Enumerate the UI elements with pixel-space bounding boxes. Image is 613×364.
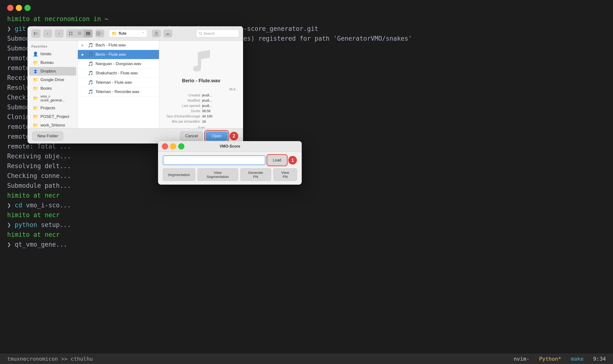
- segmentation-button[interactable]: Segmentation: [163, 168, 195, 181]
- meta-created: Created jeudi...: [164, 92, 238, 98]
- sidebar-item-work-shlomo[interactable]: 📁 work_Shlomo: [29, 121, 76, 128]
- load-button[interactable]: Load: [268, 156, 286, 165]
- folder-selector[interactable]: 📁 flute ⌃: [109, 30, 147, 37]
- svg-rect-0: [34, 32, 35, 35]
- grid-button[interactable]: ▼: [96, 30, 104, 37]
- list-item[interactable]: 🎵 Nanguan - Dongxiao.wav: [78, 59, 159, 69]
- svg-rect-12: [88, 32, 89, 35]
- svg-rect-13: [89, 32, 90, 35]
- meta-last-opened: Last opened jeudi...: [164, 103, 238, 108]
- meta-taux: Taux d'échantillonnage 44 100: [164, 114, 238, 119]
- terminal-line: ❯ python setup...: [7, 220, 606, 230]
- folder-icon: 📁: [33, 105, 38, 111]
- cancel-button[interactable]: Cancel: [180, 131, 203, 141]
- last-opened-label: Last opened: [164, 104, 200, 108]
- taux-value: 44 100: [202, 114, 238, 118]
- column-view-button[interactable]: [84, 30, 92, 37]
- fullscreen-button[interactable]: [24, 5, 31, 11]
- folder-icon: 📁: [33, 114, 38, 119]
- sidebar-item-dropbox[interactable]: Dropbox: [29, 67, 76, 76]
- add-link[interactable]: Add: [198, 126, 205, 128]
- svg-rect-22: [99, 34, 100, 35]
- sidebar-item-vmo[interactable]: 📁 vmo_i-score_generat...: [29, 93, 76, 104]
- close-button[interactable]: [7, 5, 14, 11]
- created-label: Created: [164, 93, 200, 97]
- list-item[interactable]: 🎵 Teleman - Flute.wav: [78, 78, 159, 87]
- svg-rect-3: [36, 34, 38, 35]
- svg-rect-15: [98, 32, 99, 33]
- file-name: Shakuhachi - Flute.wav: [96, 71, 138, 76]
- folder-icon: 📁: [33, 86, 38, 91]
- svg-rect-5: [71, 32, 72, 33]
- vmo-close-button[interactable]: [162, 143, 168, 149]
- nav-buttons: [31, 29, 41, 38]
- footer-right: Cancel Open 2: [180, 131, 238, 141]
- svg-rect-16: [99, 32, 100, 33]
- sidebar-item-label: work_Shlomo: [41, 123, 65, 128]
- svg-rect-20: [97, 34, 98, 35]
- forward-button[interactable]: ›: [55, 30, 63, 37]
- terminal-line: Receiving obje...: [7, 152, 606, 161]
- preview-filename: Berio - Flute.wav: [182, 78, 220, 83]
- bits-value: 16: [202, 120, 238, 123]
- back-button[interactable]: ‹: [43, 30, 52, 37]
- share-button[interactable]: [152, 30, 161, 37]
- new-folder-button[interactable]: New Folder: [32, 131, 63, 141]
- sidebar-item-poset[interactable]: 📁 POSET_Project: [29, 112, 76, 121]
- file-picker-dialog: ‹ › ▼ 📁 flute ⌃: [28, 26, 243, 143]
- vmo-fullscreen-button[interactable]: [178, 143, 184, 149]
- duree-label: Durée: [164, 109, 200, 113]
- file-list: ▶ 🎵 Bach - Flute.wav ▶ 🎵 Berio - Flute.w…: [78, 41, 159, 128]
- svg-rect-10: [78, 34, 82, 35]
- view-segmentation-button[interactable]: View Segmentation: [197, 168, 238, 181]
- vmo-minimize-button[interactable]: [170, 143, 176, 149]
- sidebar-item-bureau[interactable]: 📁 Bureau: [29, 58, 76, 67]
- sidebar-item-label: Projects: [41, 106, 55, 110]
- statusbar-right: nvim- Python* make 9:34: [514, 356, 606, 362]
- meta-bits: Bits par échantillon 16: [164, 119, 238, 124]
- sidebar-toggle-button[interactable]: [32, 30, 40, 37]
- vmo-file-input[interactable]: [163, 156, 265, 165]
- taux-label: Taux d'échantillonnage: [164, 114, 200, 118]
- list-item[interactable]: ▶ 🎵 Bach - Flute.wav: [78, 41, 159, 50]
- sidebar-item-projects[interactable]: 📁 Projects: [29, 104, 76, 112]
- favorites-section-title: Favorites: [28, 43, 78, 50]
- svg-rect-7: [71, 34, 72, 35]
- list-item[interactable]: 🎵 Shakuhachi - Flute.wav: [78, 69, 159, 78]
- svg-rect-19: [99, 33, 100, 34]
- list-view-button[interactable]: [75, 30, 84, 37]
- airdrop-button[interactable]: [164, 30, 172, 37]
- sidebar-item-google-drive[interactable]: 📁 Google Drive: [29, 76, 76, 84]
- modified-value: jeudi...: [202, 99, 238, 102]
- list-item-selected[interactable]: ▶ 🎵 Berio - Flute.wav: [78, 50, 159, 59]
- nvim-indicator: nvim-: [514, 356, 529, 362]
- bits-label: Bits par échantillon: [164, 120, 200, 123]
- minimize-button[interactable]: [16, 5, 22, 11]
- file-name: Nanguan - Dongxiao.wav: [96, 62, 141, 66]
- file-name: Berio - Flute.wav: [96, 52, 126, 57]
- sidebar-item-books[interactable]: 📁 Books: [29, 84, 76, 93]
- svg-rect-18: [98, 33, 99, 34]
- view-pn-button[interactable]: View PN: [273, 168, 297, 181]
- generate-pn-button[interactable]: Generate PN: [240, 168, 271, 181]
- terminal-statusbar: tmuxnecronomicon >> cthulhu nvim- Python…: [0, 353, 613, 364]
- search-box[interactable]: Search: [196, 30, 239, 37]
- open-button[interactable]: Open: [206, 131, 228, 141]
- svg-rect-4: [69, 32, 70, 33]
- vmo-dialog-body: Load 1 Segmentation View Segmentation Ge…: [158, 152, 302, 185]
- meta-duree: Durée 06:56: [164, 108, 238, 114]
- time-indicator: 9:34: [593, 356, 606, 362]
- svg-rect-8: [78, 32, 82, 32]
- vmo-dialog-title: VMO-Score: [220, 144, 240, 148]
- sidebar-item-label: vmo_i-score_generat...: [41, 94, 72, 102]
- python-indicator: Python*: [539, 356, 561, 362]
- list-item[interactable]: 🎵 Teleman - Recorder.wav: [78, 87, 159, 97]
- statusbar-left: tmuxnecronomicon >> cthulhu: [7, 356, 93, 362]
- sidebar-item-himito[interactable]: 👤 himito: [29, 50, 76, 58]
- icon-view-button[interactable]: [67, 30, 75, 37]
- preview-icon: [184, 45, 218, 74]
- svg-line-28: [201, 34, 202, 35]
- terminal-line: himito at necronomicon in ~: [7, 14, 606, 24]
- file-name: Teleman - Recorder.wav: [96, 90, 139, 94]
- open-badge: 2: [230, 132, 238, 140]
